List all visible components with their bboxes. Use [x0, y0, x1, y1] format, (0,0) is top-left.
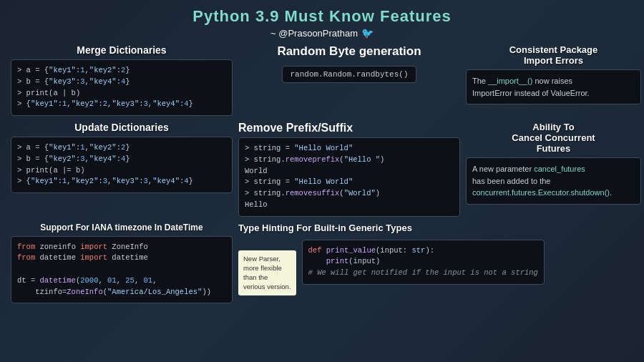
- remove-prefix-code: > string = "Hello World" > string.remove…: [238, 137, 460, 217]
- consistent-pkg-title: Consistent PackageImport Errors: [466, 44, 641, 66]
- merge-dict-title: Merge Dictionaries: [11, 44, 233, 56]
- update-dict-section: Update Dictionaries > a = {"key1":1,"key…: [11, 122, 233, 217]
- twitter-icon: 🐦: [361, 27, 374, 39]
- subtitle: ~ @PrasoonPratham 🐦: [11, 27, 633, 39]
- remove-prefix-section: Remove Prefix/Suffix > string = "Hello W…: [238, 122, 460, 217]
- main-title: Python 3.9 Must Know Features: [11, 7, 633, 26]
- type-hinting-left: Type Hinting For Built-in Generic Types …: [238, 222, 545, 295]
- merge-dict-section: Merge Dictionaries > a = {"key1":1,"key2…: [11, 44, 233, 116]
- merge-dict-code: > a = {"key1":1,"key2":2} > b = {"key3":…: [11, 59, 233, 116]
- cancel-concurrent-section: Ability ToCancel ConcurrentFutures A new…: [466, 122, 641, 217]
- remove-prefix-title: Remove Prefix/Suffix: [238, 122, 460, 134]
- subtitle-text: ~ @PrasoonPratham: [270, 28, 358, 39]
- iana-section: Support For IANA timezone In DateTime fr…: [11, 222, 233, 304]
- iana-title: Support For IANA timezone In DateTime: [11, 222, 233, 233]
- type-hinting-title: Type Hinting For Built-in Generic Types: [238, 222, 545, 233]
- content-grid: Merge Dictionaries > a = {"key1":1,"key2…: [11, 44, 633, 303]
- page-wrapper: Python 3.9 Must Know Features ~ @Prasoon…: [0, 0, 644, 362]
- random-byte-section: Random Byte generation random.Random.ran…: [238, 44, 460, 116]
- consistent-pkg-section: Consistent PackageImport Errors The __im…: [466, 44, 641, 116]
- header: Python 3.9 Must Know Features ~ @Prasoon…: [11, 7, 633, 39]
- cancel-concurrent-text: A new parameter cancel_futureshas been a…: [466, 157, 641, 205]
- cancel-concurrent-title: Ability ToCancel ConcurrentFutures: [466, 122, 641, 154]
- type-hinting-code: def print_value(input: str): print(input…: [302, 240, 545, 285]
- random-byte-code: random.Random.randbytes(): [282, 66, 416, 83]
- consistent-pkg-text: The __import__() now raisesImportError i…: [466, 69, 641, 104]
- update-dict-title: Update Dictionaries: [11, 122, 233, 133]
- type-hinting-section: Type Hinting For Built-in Generic Types …: [238, 222, 641, 304]
- new-parser-box: New Parser,more flexiblethan theverious …: [238, 250, 296, 295]
- update-dict-code: > a = {"key1":1,"key2":2} > b = {"key2":…: [11, 137, 233, 193]
- random-byte-title: Random Byte generation: [238, 44, 460, 59]
- iana-code: from zoneinfo import ZoneInfo from datet…: [11, 236, 233, 304]
